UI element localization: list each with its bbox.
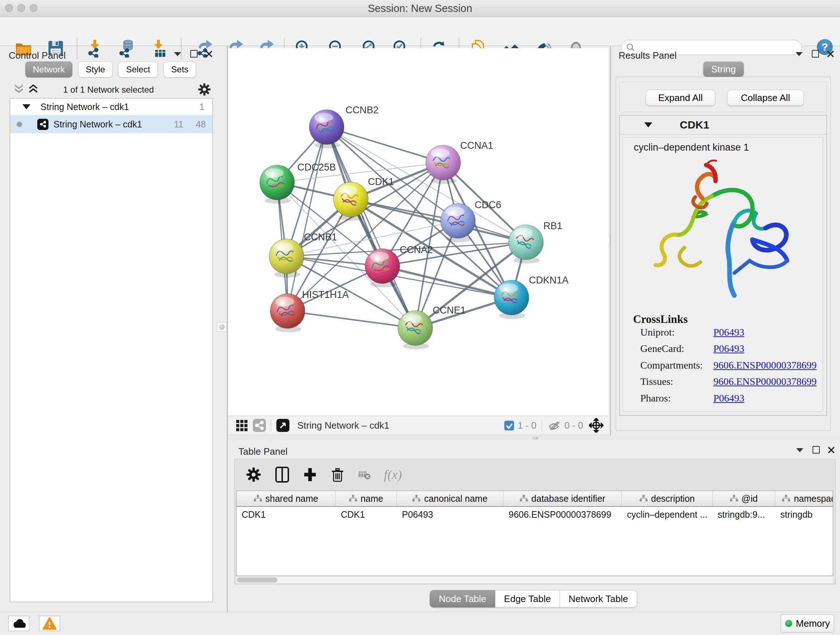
string-view-button[interactable]: [253, 419, 266, 432]
import-network-from-database-button[interactable]: [117, 39, 136, 57]
node-label: CCNB2: [346, 105, 379, 116]
horizontal-splitter-grip[interactable]: [532, 437, 538, 440]
results-panel-title: Results Panel: [619, 50, 676, 61]
column-header[interactable]: @id: [713, 491, 775, 506]
panel-close-icon[interactable]: [827, 50, 834, 57]
tab-sets[interactable]: Sets: [164, 62, 196, 78]
table-horizontal-scrollbar[interactable]: [236, 577, 833, 583]
delete-column-button[interactable]: [330, 466, 346, 483]
panel-maximize-icon[interactable]: [812, 50, 819, 57]
warning-icon: [42, 617, 57, 630]
panel-maximize-icon[interactable]: [813, 446, 820, 454]
column-header[interactable]: shared name: [237, 491, 336, 506]
hidden-eye-icon[interactable]: [547, 420, 561, 431]
node-label: CDKN1A: [529, 275, 569, 286]
panel-maximize-icon[interactable]: [190, 50, 198, 57]
network-graph[interactable]: CCNB2CCNA1CDC25BCDK1CDC6RB1CCNB1CCNA2CDK…: [228, 48, 608, 416]
network-list-header: 1 of 1 Network selected: [0, 82, 217, 98]
show-column-button[interactable]: [274, 466, 291, 483]
tab-network-table[interactable]: Network Table: [560, 590, 637, 608]
network-node-HIST1H1A[interactable]: HIST1H1A: [270, 289, 349, 333]
crosslinks-title: CrossLinks: [633, 313, 688, 326]
cell-id[interactable]: stringdb:9...: [713, 507, 775, 522]
memory-label: Memory: [796, 618, 830, 629]
table-settings-button[interactable]: [246, 467, 262, 483]
panel-float-icon[interactable]: [794, 50, 804, 57]
import-network-button[interactable]: [85, 39, 104, 57]
network-current-dot: [17, 122, 22, 127]
network-edge: [287, 311, 415, 328]
import-table-button[interactable]: [149, 39, 168, 57]
cell-shared-name[interactable]: CDK1: [237, 507, 336, 522]
crosslink-tissues[interactable]: 9606.ENSP00000378699: [714, 376, 816, 387]
left-splitter[interactable]: [227, 46, 228, 612]
tab-select[interactable]: Select: [118, 62, 158, 78]
create-column-button[interactable]: [303, 467, 317, 483]
right-splitter[interactable]: [610, 46, 611, 435]
column-header[interactable]: canonical name: [397, 491, 504, 506]
table-row[interactable]: CDK1 CDK1 P06493 9606.ENSP00000378699 cy…: [237, 507, 833, 522]
hidden-counts: 0 - 0: [564, 420, 583, 431]
scrollbar-thumb[interactable]: [237, 578, 278, 583]
memory-status-dot: [785, 620, 792, 627]
panel-float-icon[interactable]: [795, 447, 805, 454]
tab-string[interactable]: String: [703, 62, 744, 77]
horizontal-splitter[interactable]: [228, 435, 840, 440]
memory-button[interactable]: Memory: [781, 614, 834, 632]
network-node-CDKN1A[interactable]: CDKN1A: [494, 275, 569, 319]
column-type-icon: [412, 495, 420, 502]
delete-table-button-disabled: [358, 469, 371, 481]
column-header[interactable]: description: [622, 491, 713, 506]
open-in-new-window-button[interactable]: [276, 419, 289, 432]
node-label: RB1: [543, 220, 562, 231]
network-edge: [287, 127, 327, 311]
window-title: Session: New Session: [0, 0, 840, 17]
tab-node-table[interactable]: Node Table: [430, 590, 495, 608]
collection-label: String Network – cdk1: [41, 102, 129, 112]
tab-style[interactable]: Style: [78, 62, 112, 78]
cell-namespace[interactable]: stringdb: [775, 507, 833, 522]
crosslink-pharos[interactable]: P06493: [714, 393, 745, 404]
column-header[interactable]: namespace: [775, 491, 833, 506]
column-header[interactable]: database identifier: [504, 491, 622, 506]
network-node-CDK1[interactable]: CDK1: [333, 176, 394, 221]
network-node-CCNB2[interactable]: CCNB2: [309, 105, 379, 149]
column-type-icon: [254, 495, 262, 502]
network-node-CDC6[interactable]: CDC6: [441, 200, 501, 242]
cell-database-identifier[interactable]: 9606.ENSP00000378699: [504, 507, 622, 522]
selected-checkbox-icon[interactable]: [504, 421, 514, 431]
collection-expand-icon[interactable]: [22, 104, 30, 109]
network-row-selected[interactable]: String Network – cdk1 11 48: [10, 115, 212, 133]
fit-selected-button[interactable]: [589, 418, 603, 432]
cloud-status-button[interactable]: [8, 616, 29, 631]
network-node-RB1[interactable]: RB1: [508, 220, 562, 264]
left-splitter-grip[interactable]: [217, 322, 226, 332]
warnings-button[interactable]: [39, 616, 60, 631]
crosslink-genecard[interactable]: P06493: [714, 343, 745, 354]
panel-float-icon[interactable]: [173, 50, 182, 57]
control-panel-tabs: Network Style Select Sets: [25, 62, 196, 78]
grid-view-button[interactable]: [235, 419, 248, 432]
panel-close-icon[interactable]: [205, 50, 213, 57]
network-node-CDC25B[interactable]: CDC25B: [260, 162, 336, 204]
gear-icon[interactable]: [197, 82, 211, 96]
cell-canonical-name[interactable]: P06493: [397, 507, 504, 522]
network-canvas[interactable]: CCNB2CCNA1CDC25BCDK1CDC6RB1CCNB1CCNA2CDK…: [228, 48, 608, 416]
tab-network[interactable]: Network: [25, 62, 73, 78]
crosslink-uniprot[interactable]: P06493: [714, 326, 745, 338]
section-collapse-icon[interactable]: [644, 122, 652, 127]
gene-section-header[interactable]: CDK1: [620, 116, 827, 135]
string-network-icon: [37, 119, 49, 130]
tab-edge-table[interactable]: Edge Table: [495, 590, 560, 608]
crosslink-compartments[interactable]: 9606.ENSP00000378699: [714, 359, 816, 371]
network-collection-row[interactable]: String Network – cdk1 1: [10, 98, 212, 115]
table-toolbar: f(x): [246, 466, 402, 483]
cell-name[interactable]: CDK1: [336, 507, 397, 522]
node-label: CCNE1: [433, 305, 466, 316]
cell-description[interactable]: cyclin–dependent ...: [622, 507, 713, 522]
panel-close-icon[interactable]: [828, 447, 835, 454]
column-header[interactable]: name: [336, 491, 397, 506]
expand-all-button[interactable]: Expand All: [646, 90, 715, 106]
collapse-all-button[interactable]: Collapse All: [727, 90, 804, 106]
grid-icon: [235, 419, 248, 432]
